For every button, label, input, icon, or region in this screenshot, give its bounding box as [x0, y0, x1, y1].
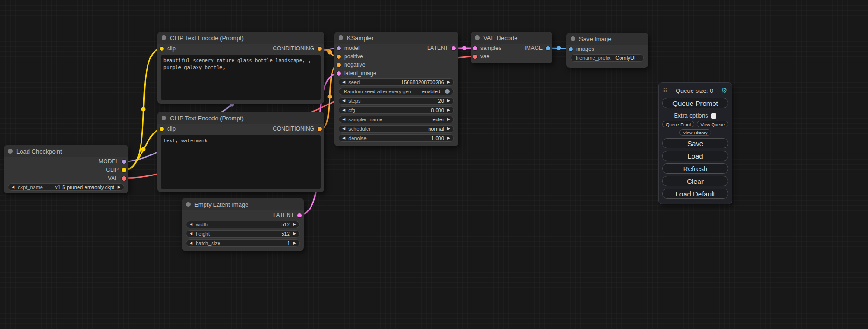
clip-output-slot[interactable] [122, 168, 126, 172]
decrement-arrow-icon[interactable]: ◀ [342, 127, 345, 131]
batch-size-widget[interactable]: ◀ batch_size 1 ▶ [186, 239, 300, 247]
decrement-arrow-icon[interactable]: ◀ [342, 80, 345, 84]
increment-arrow-icon[interactable]: ▶ [447, 136, 450, 140]
extra-options-checkbox[interactable] [711, 113, 716, 119]
decrement-arrow-icon[interactable]: ◀ [342, 118, 345, 121]
increment-arrow-icon[interactable]: ▶ [447, 80, 450, 84]
increment-arrow-icon[interactable]: ▶ [447, 118, 450, 121]
node-title-bar[interactable]: CLIP Text Encode (Prompt) [157, 32, 324, 44]
cfg-widget[interactable]: ◀ cfg 8.000 ▶ [339, 106, 454, 114]
link-midpoint-dot [557, 46, 561, 50]
model-output-label: MODEL [99, 158, 119, 165]
link-midpoint-dot [328, 95, 332, 99]
increment-arrow-icon[interactable]: ▶ [293, 223, 296, 226]
node-title: Empty Latent Image [194, 201, 248, 208]
decrement-arrow-icon[interactable]: ◀ [190, 241, 192, 245]
latent-output-slot[interactable] [297, 213, 302, 217]
node-status-dot [475, 35, 480, 40]
menu-drag-handle-icon[interactable]: ⠿ [663, 87, 668, 94]
node-clip-text-encode-positive: CLIP Text Encode (Prompt) clip CONDITION… [157, 32, 324, 104]
save-button[interactable]: Save [662, 138, 728, 148]
steps-widget[interactable]: ◀ steps 20 ▶ [339, 97, 454, 105]
clip-input-label: clip [167, 45, 176, 52]
model-input-label: model [344, 45, 360, 51]
node-title-bar[interactable]: Empty Latent Image [182, 198, 304, 210]
negative-prompt-textarea[interactable]: text, watermark [161, 135, 321, 189]
vae-input-label: vae [480, 53, 489, 60]
node-load-checkpoint: Load Checkpoint MODEL CLIP VAE ◀ ckpt_na… [4, 145, 128, 193]
positive-prompt-textarea[interactable]: beautiful scenery nature glass bottle la… [161, 55, 321, 100]
model-input-slot[interactable] [337, 46, 341, 50]
latent-output-slot[interactable] [452, 46, 456, 50]
negative-input-label: negative [344, 62, 365, 68]
link-midpoint-dot [462, 46, 466, 50]
image-output-label: IMAGE [524, 45, 543, 51]
conditioning-output-slot[interactable] [318, 127, 322, 131]
view-history-button[interactable]: View History [679, 129, 712, 136]
decrement-arrow-icon[interactable]: ◀ [12, 185, 14, 189]
load-default-button[interactable]: Load Default [662, 189, 728, 199]
load-button[interactable]: Load [662, 151, 728, 161]
scheduler-widget[interactable]: ◀ scheduler normal ▶ [339, 125, 454, 133]
clip-input-slot[interactable] [160, 47, 164, 51]
ckpt-name-widget[interactable]: ◀ ckpt_name v1-5-pruned-emaonly.ckpt ▶ [8, 183, 124, 191]
seed-widget[interactable]: ◀ seed 156680208700286 ▶ [339, 78, 454, 86]
clip-input-slot[interactable] [160, 127, 164, 131]
height-widget[interactable]: ◀ height 512 ▶ [186, 230, 300, 238]
node-title-bar[interactable]: KSampler [334, 32, 458, 44]
extra-options-label: Extra options [674, 112, 708, 119]
positive-input-label: positive [344, 53, 363, 60]
widget-value: v1-5-pruned-emaonly.ckpt [55, 184, 114, 190]
node-title-bar[interactable]: Save Image [566, 33, 648, 45]
decrement-arrow-icon[interactable]: ◀ [342, 99, 345, 103]
latent-image-input-label: latent_image [344, 70, 376, 77]
sampler-name-widget[interactable]: ◀ sampler_name euler ▶ [339, 116, 454, 123]
increment-arrow-icon[interactable]: ▶ [293, 241, 296, 245]
decrement-arrow-icon[interactable]: ◀ [190, 232, 192, 236]
decrement-arrow-icon[interactable]: ◀ [342, 136, 345, 140]
increment-arrow-icon[interactable]: ▶ [447, 127, 450, 131]
increment-arrow-icon[interactable]: ▶ [118, 185, 120, 189]
clear-button[interactable]: Clear [662, 176, 728, 186]
filename-prefix-widget[interactable]: filename_prefix ComfyUI [571, 54, 644, 62]
samples-input-slot[interactable] [473, 46, 477, 50]
view-queue-button[interactable]: View Queue [697, 121, 728, 127]
queue-prompt-button[interactable]: Queue Prompt [662, 98, 728, 108]
decrement-arrow-icon[interactable]: ◀ [190, 223, 192, 226]
increment-arrow-icon[interactable]: ▶ [447, 108, 450, 112]
latent-output-label: LATENT [273, 212, 294, 218]
positive-input-slot[interactable] [337, 55, 341, 59]
model-output-slot[interactable] [122, 160, 126, 164]
increment-arrow-icon[interactable]: ▶ [293, 232, 296, 236]
denoise-widget[interactable]: ◀ denoise 1.000 ▶ [339, 134, 454, 142]
latent-output-label: LATENT [427, 45, 448, 51]
clip-input-label: clip [167, 126, 176, 132]
decrement-arrow-icon[interactable]: ◀ [342, 108, 345, 112]
settings-gear-icon[interactable]: ⚙ [721, 86, 727, 95]
node-vae-decode: VAE Decode samples IMAGE vae [471, 32, 552, 63]
vae-input-slot[interactable] [473, 55, 477, 59]
node-title-bar[interactable]: CLIP Text Encode (Prompt) [157, 112, 324, 124]
link-midpoint-dot [141, 107, 146, 112]
random-seed-toggle-widget[interactable]: Random seed after every gen enabled [339, 88, 454, 95]
link-midpoint-dot [328, 50, 332, 55]
refresh-button[interactable]: Refresh [662, 163, 728, 174]
queue-front-button[interactable]: Queue Front [662, 121, 694, 127]
image-output-slot[interactable] [546, 46, 550, 50]
vae-output-slot[interactable] [122, 176, 126, 181]
toggle-on-dot[interactable] [445, 89, 450, 94]
width-widget[interactable]: ◀ width 512 ▶ [186, 221, 300, 228]
increment-arrow-icon[interactable]: ▶ [447, 99, 450, 103]
node-ksampler: KSampler model LATENT positive negative … [334, 32, 458, 146]
node-status-dot [162, 116, 166, 120]
images-input-slot[interactable] [569, 47, 573, 51]
node-title-bar[interactable]: VAE Decode [471, 32, 552, 44]
conditioning-output-slot[interactable] [318, 47, 322, 51]
queue-menu-panel: ⠿ Queue size: 0 ⚙ Queue Prompt Extra opt… [658, 82, 732, 204]
node-title-bar[interactable]: Load Checkpoint [4, 145, 128, 157]
node-status-dot [162, 35, 166, 40]
negative-input-slot[interactable] [337, 63, 341, 67]
comfyui-canvas[interactable]: { "colors": { "MODEL": "#B39DDB", "CLIP"… [0, 0, 868, 329]
latent-image-input-slot[interactable] [337, 71, 341, 76]
node-empty-latent-image: Empty Latent Image LATENT ◀ width 512 ▶ … [182, 198, 304, 251]
